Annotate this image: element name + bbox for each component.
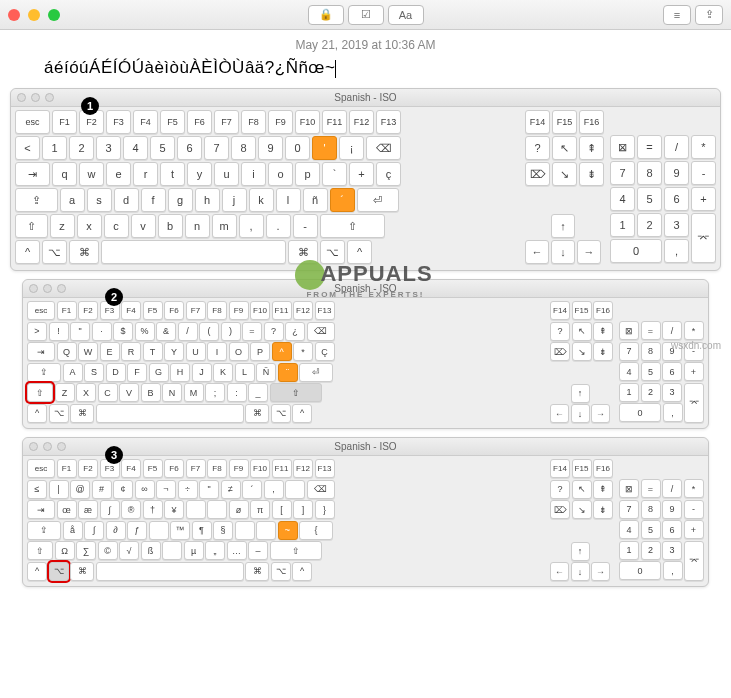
key[interactable]: ! [49, 322, 69, 341]
key[interactable]: A [63, 363, 83, 382]
key[interactable]: : [227, 383, 247, 402]
function-key[interactable]: F12 [293, 301, 313, 320]
function-key[interactable]: F3 [106, 110, 131, 134]
numpad-key[interactable]: 2 [637, 213, 662, 237]
option-key[interactable]: ⌥ [320, 240, 345, 264]
numpad-key[interactable]: + [684, 520, 704, 539]
function-key[interactable]: F9 [229, 459, 249, 478]
numpad-key[interactable]: 8 [641, 342, 661, 361]
key[interactable]: ¿ [285, 322, 305, 341]
numpad-key[interactable]: 2 [641, 383, 661, 402]
function-key[interactable]: F5 [143, 301, 163, 320]
numpad-key[interactable]: = [641, 321, 661, 340]
numpad-key[interactable]: 7 [619, 342, 639, 361]
arrow-left-key[interactable]: ← [550, 404, 569, 423]
backspace-key[interactable]: ⌫ [307, 480, 335, 499]
key[interactable]: ∫ [84, 521, 104, 540]
key[interactable]: c [104, 214, 129, 238]
key[interactable]: 4 [123, 136, 148, 160]
key[interactable]: g [168, 188, 193, 212]
function-key[interactable]: F10 [250, 459, 270, 478]
numpad-key[interactable]: 6 [664, 187, 689, 211]
numpad-key[interactable]: 6 [662, 362, 682, 381]
caps-key[interactable]: ⇪ [27, 521, 61, 540]
control-key[interactable]: ^ [27, 562, 47, 581]
function-key[interactable]: F15 [572, 459, 592, 478]
key[interactable]: ( [199, 322, 219, 341]
function-key[interactable]: F4 [133, 110, 158, 134]
key[interactable]: p [295, 162, 320, 186]
key[interactable]: 1 [42, 136, 67, 160]
numpad-key[interactable]: - [684, 500, 704, 519]
numpad-key[interactable]: 8 [637, 161, 662, 185]
key[interactable]: _ [248, 383, 268, 402]
key[interactable]: o [268, 162, 293, 186]
function-key[interactable]: F6 [164, 459, 184, 478]
key[interactable]: R [121, 342, 141, 361]
key[interactable]: 7 [204, 136, 229, 160]
key[interactable]: C [98, 383, 118, 402]
shift-key[interactable]: ⇧ [15, 214, 48, 238]
numpad-key[interactable]: 7 [619, 500, 639, 519]
key[interactable]: 5 [150, 136, 175, 160]
nav-key[interactable]: ? [525, 136, 550, 160]
command-key[interactable]: ⌘ [245, 404, 269, 423]
key[interactable]: 9 [258, 136, 283, 160]
key[interactable]: Ñ [256, 363, 276, 382]
command-key[interactable]: ⌘ [70, 562, 94, 581]
key[interactable]: @ [70, 480, 90, 499]
numpad-key[interactable]: 3 [664, 213, 689, 237]
zoom-icon[interactable] [48, 9, 60, 21]
control-key[interactable]: ^ [27, 404, 47, 423]
numpad-key[interactable]: , [664, 239, 689, 263]
enter-key[interactable]: ⏎ [299, 363, 333, 382]
key[interactable]: œ [57, 500, 77, 519]
function-key[interactable]: F4 [121, 459, 141, 478]
function-key[interactable]: F7 [186, 301, 206, 320]
function-key[interactable]: F8 [241, 110, 266, 134]
numpad-key[interactable]: 1 [619, 383, 639, 402]
numpad-key[interactable]: 5 [637, 187, 662, 211]
key[interactable]: H [170, 363, 190, 382]
key[interactable]: + [349, 162, 374, 186]
numpad-key[interactable]: 4 [619, 520, 639, 539]
function-key[interactable]: F16 [593, 301, 613, 320]
key[interactable]: D [106, 363, 126, 382]
numpad-enter-key[interactable]: ⌤ [684, 383, 704, 423]
key[interactable]: ¡ [339, 136, 364, 160]
key[interactable]: # [92, 480, 112, 499]
key[interactable]: 8 [231, 136, 256, 160]
checklist-button[interactable]: ☑ [348, 5, 384, 25]
numpad-key[interactable]: 0 [610, 239, 662, 263]
numpad-key[interactable]: 5 [641, 520, 661, 539]
key[interactable]: ≠ [221, 480, 241, 499]
key[interactable]: < [15, 136, 40, 160]
key[interactable]: X [76, 383, 96, 402]
numpad-key[interactable]: 3 [662, 383, 682, 402]
arrow-left-key[interactable]: ← [550, 562, 569, 581]
key[interactable]: U [186, 342, 206, 361]
key[interactable]: 6 [177, 136, 202, 160]
function-key[interactable]: F14 [550, 459, 570, 478]
arrow-right-key[interactable]: → [591, 404, 610, 423]
key[interactable]: ∂ [106, 521, 126, 540]
function-key[interactable]: F9 [268, 110, 293, 134]
nav-key[interactable]: ⌦ [550, 500, 570, 519]
key[interactable]: E [100, 342, 120, 361]
function-key[interactable]: F1 [57, 301, 77, 320]
key[interactable]: y [187, 162, 212, 186]
function-key[interactable]: F7 [186, 459, 206, 478]
function-key[interactable]: F1 [52, 110, 77, 134]
option-key[interactable]: ⌥ [42, 240, 67, 264]
function-key[interactable]: F12 [349, 110, 374, 134]
numpad-key[interactable]: / [662, 321, 682, 340]
key[interactable]: | [49, 480, 69, 499]
key[interactable]: ´ [242, 480, 262, 499]
numpad-key[interactable]: + [691, 187, 716, 211]
minimize-icon[interactable] [28, 9, 40, 21]
key[interactable]: t [160, 162, 185, 186]
numpad-key[interactable]: 4 [619, 362, 639, 381]
numpad-key[interactable]: 8 [641, 500, 661, 519]
key[interactable]: , [239, 214, 264, 238]
nav-key[interactable]: ⇞ [593, 322, 613, 341]
